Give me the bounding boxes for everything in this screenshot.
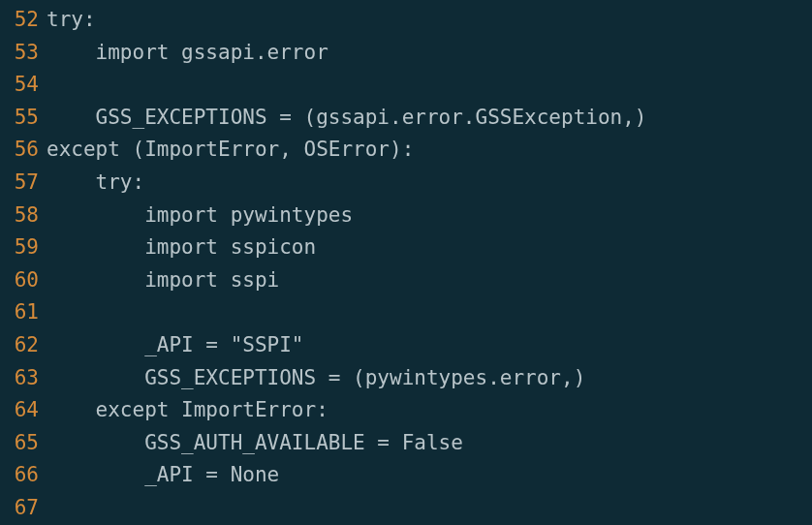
code-editor: 52try:53 import gssapi.error5455 GSS_EXC… — [0, 4, 812, 525]
code-line: 59 import sspicon — [0, 232, 812, 264]
code-line: 66 _API = None — [0, 459, 812, 492]
code-line: 56except (ImportError, OSError): — [0, 134, 812, 167]
code-line: 54 — [0, 69, 812, 102]
code-text: except ImportError: — [47, 394, 328, 427]
code-line: 65 GSS_AUTH_AVAILABLE = False — [0, 427, 812, 460]
code-line: 52try: — [0, 4, 812, 37]
code-line: 64 except ImportError: — [0, 394, 812, 427]
code-line: 62 _API = "SSPI" — [0, 329, 812, 362]
line-number: 52 — [0, 4, 47, 37]
line-number: 63 — [0, 362, 47, 395]
code-line: 67 — [0, 492, 812, 525]
line-number: 54 — [0, 69, 47, 102]
line-number: 62 — [0, 329, 47, 362]
code-text: _API = None — [47, 459, 279, 492]
line-number: 61 — [0, 296, 47, 329]
code-text: import sspicon — [47, 232, 316, 264]
code-line: 63 GSS_EXCEPTIONS = (pywintypes.error,) — [0, 362, 812, 395]
code-text: GSS_EXCEPTIONS = (pywintypes.error,) — [47, 362, 585, 395]
line-number: 53 — [0, 37, 47, 70]
line-number: 60 — [0, 264, 47, 297]
line-number: 58 — [0, 200, 47, 232]
code-text: import sspi — [47, 264, 279, 297]
code-text: try: — [47, 167, 144, 200]
line-number: 67 — [0, 492, 47, 525]
code-text: try: — [47, 4, 96, 37]
code-text: _API = "SSPI" — [47, 329, 304, 362]
line-number: 65 — [0, 427, 47, 460]
code-line: 55 GSS_EXCEPTIONS = (gssapi.error.GSSExc… — [0, 102, 812, 135]
line-number: 55 — [0, 102, 47, 135]
code-line: 58 import pywintypes — [0, 200, 812, 232]
code-text: GSS_AUTH_AVAILABLE = False — [47, 427, 463, 460]
code-text: import pywintypes — [47, 200, 353, 232]
line-number: 66 — [0, 459, 47, 492]
line-number: 56 — [0, 134, 47, 167]
code-line: 61 — [0, 296, 812, 329]
line-number: 57 — [0, 167, 47, 200]
line-number: 64 — [0, 394, 47, 427]
code-text: import gssapi.error — [47, 37, 328, 70]
line-number: 59 — [0, 232, 47, 264]
code-line: 53 import gssapi.error — [0, 37, 812, 70]
code-text: GSS_EXCEPTIONS = (gssapi.error.GSSExcept… — [47, 102, 647, 135]
code-line: 60 import sspi — [0, 264, 812, 297]
code-line: 57 try: — [0, 167, 812, 200]
code-text: except (ImportError, OSError): — [47, 134, 414, 167]
